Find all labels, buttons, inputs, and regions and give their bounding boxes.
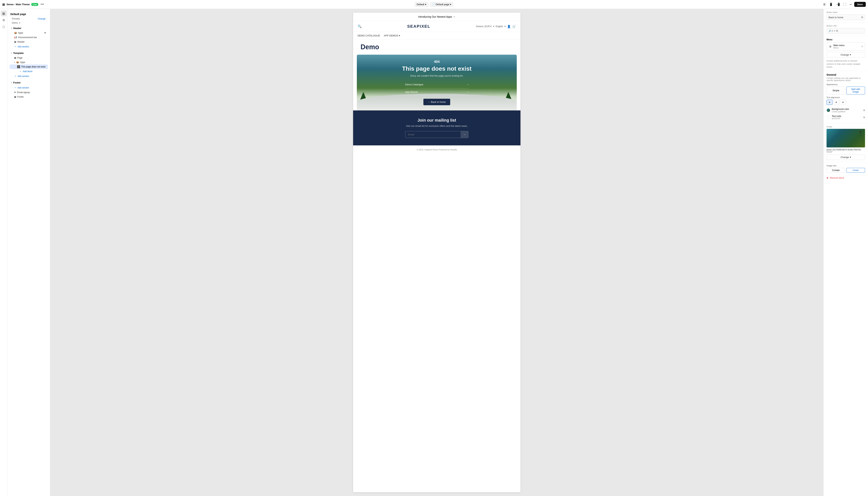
apps-icon: 📦 (14, 32, 17, 34)
appearance-simple-btn[interactable]: Simple (826, 87, 845, 94)
catalogue-label: Demo Catalogue (405, 83, 423, 86)
demo-label: Demo (12, 21, 18, 24)
add-block-button[interactable]: ＋ Add block (10, 69, 48, 74)
add-section-template-button[interactable]: ＋ Add section (10, 74, 48, 79)
plus-icon: ＋ (14, 86, 16, 89)
rp-button-label-section: Button label Back to home ⧉ (824, 9, 868, 22)
rp-appearance-options: Simple Split with image (826, 87, 865, 94)
chevron-down-icon: ▾ (425, 3, 427, 6)
store-logo: SEAPIXEL (407, 24, 431, 29)
bg-color-info: Background color Linear gradient (832, 108, 862, 113)
save-button[interactable]: Save (854, 2, 866, 7)
remove-block-button[interactable]: 🗑 Remove block (824, 175, 868, 181)
image-size-contain-btn[interactable]: Contain (826, 168, 845, 173)
footer-section-header[interactable]: ▾ Footer (10, 80, 48, 85)
text-align-center-btn[interactable]: ≡ (833, 100, 839, 105)
tree-section-footer: ▾ Footer ＋ Add section ✉ Email signup ▦ … (10, 80, 48, 99)
sidebar-icon-settings[interactable]: ⚙ (1, 17, 7, 23)
header-icon: ▦ (14, 41, 16, 43)
undo-btn[interactable]: ↩ (849, 2, 853, 7)
page-label: Page (17, 57, 22, 59)
fullscreen-btn[interactable]: ⛶ (842, 2, 847, 7)
template-section-header[interactable]: ▾ Template (10, 50, 48, 56)
device-mobile-btn[interactable]: 📲 (835, 2, 841, 7)
sidebar-item-apps[interactable]: 📦 Apps 👁 (10, 31, 48, 35)
default-page-dropdown[interactable]: 📄 Default page ▾ (430, 2, 453, 7)
sidebar-icon-sections[interactable]: ▦ (1, 11, 7, 16)
change-preview-button[interactable]: Change (38, 17, 46, 20)
page-icon: ▦ (14, 57, 16, 59)
email-icon: ✉ (14, 91, 16, 94)
device-tablet-btn[interactable]: 📱 (828, 2, 834, 7)
text-color-value: #FFFFFF (832, 118, 862, 120)
rp-menu-name: Main menu (833, 44, 859, 47)
announcement-text: Introducing Our Newest Apps (418, 15, 452, 18)
topbar-center: Default ▾ 📄 Default page ▾ (291, 2, 577, 7)
add-section-header-button[interactable]: ＋ Add section (10, 44, 48, 49)
announcement-icon: 📢 (14, 36, 17, 39)
text-align-right-btn[interactable]: ≡ (840, 100, 846, 105)
text-color-name: Text color (832, 115, 862, 118)
rp-text-align-options: ≡ ≡ ≡ (826, 100, 865, 105)
sidebar-item-apps-template[interactable]: ▾ 📦 Apps (10, 60, 48, 64)
sidebar-icon-apps[interactable]: ⬡ (1, 24, 7, 30)
copy-button-label-button[interactable]: ⧉ (861, 16, 863, 19)
text-color-info: Text color #FFFFFF (832, 115, 862, 120)
sidebar-item-header[interactable]: ▦ Header (10, 40, 48, 44)
main-layout: ▦ ⚙ ⬡ Default page Preview Change Demo ↗… (0, 9, 868, 496)
chevron-icon: ▾ (11, 82, 12, 84)
apps-template-icon: 📦 (16, 61, 19, 64)
announcement-label: Announcement bar (18, 36, 37, 39)
edit-url-button[interactable]: ↗ (833, 30, 835, 32)
nav-demo-catalogue[interactable]: DEMO CATALOGUE (358, 34, 380, 37)
page-title-text: Demo (360, 43, 513, 51)
sidebar-item-404-page[interactable]: A This page does not exist (10, 64, 48, 69)
locale-display: Greece | EUR € (476, 25, 492, 28)
rp-text-align-label: Text alignment (826, 96, 865, 98)
template-label: Template (13, 52, 24, 55)
rp-image-section: Image photo-1617939533073-6c94c709370c W… (824, 123, 868, 162)
email-input[interactable] (405, 131, 461, 138)
bg-color-copy-btn[interactable]: ⧉ (863, 109, 865, 111)
copy-url-button[interactable]: ⧉ (836, 29, 838, 32)
add-section-footer-top-button[interactable]: ＋ Add section (10, 85, 48, 90)
image-change-button[interactable]: Change ▾ (826, 154, 865, 160)
menu-change-button[interactable]: Change ▾ (826, 52, 865, 58)
sidebar-item-announcement[interactable]: 📢 Announcement bar (10, 35, 48, 40)
back-home-button[interactable]: ← Back to home (423, 99, 450, 105)
error-link-catalogue[interactable]: Demo Catalogue › (405, 81, 468, 88)
text-color-copy-btn[interactable]: ⧉ (863, 116, 865, 119)
sidebar-item-footer[interactable]: ▦ Footer (10, 95, 48, 99)
menu-item-icon: ☰ (828, 45, 832, 48)
header-label: Header (13, 27, 21, 30)
preview-label: Preview (12, 17, 20, 20)
text-align-left-btn[interactable]: ≡ (826, 100, 833, 105)
rp-general-section: General Certain settings are only applic… (824, 71, 868, 123)
rp-menu-item[interactable]: ☰ Main menu Menu ↗ (826, 42, 865, 50)
device-desktop-btn[interactable]: 🖥 (822, 2, 827, 7)
sidebar-item-page[interactable]: ▦ Page (10, 56, 48, 60)
sidebar-item-email-signup[interactable]: ✉ Email signup (10, 90, 48, 95)
rp-button-url-field: 🔗 / ↗ ⧉ (826, 28, 865, 34)
image-size-cover-btn[interactable]: Cover (847, 168, 865, 173)
rp-image-size-options: Contain Cover (826, 168, 865, 173)
live-badge: Live (31, 3, 38, 6)
snowboarder-silhouette (857, 131, 863, 140)
nav-app-demos[interactable]: APP DEMOS ▾ (384, 34, 400, 37)
more-options-button[interactable]: ••• (40, 2, 45, 7)
rp-general-title: General (826, 73, 865, 76)
remove-block-label: Remove block (830, 176, 844, 179)
appearance-split-btn[interactable]: Split with image (847, 87, 865, 94)
page-title: Default page (10, 11, 48, 16)
account-icon[interactable]: 👤 (507, 25, 511, 28)
apps-label: Apps (18, 32, 23, 34)
apps-template-label: Apps (20, 61, 25, 64)
rp-menu-label: Menu (826, 38, 865, 41)
cart-icon[interactable]: 🛒 (512, 25, 516, 28)
search-icon[interactable]: 🔍 (358, 24, 362, 28)
email-submit-button[interactable]: → (461, 131, 468, 138)
default-dropdown[interactable]: Default ▾ (415, 2, 429, 7)
header-section-header[interactable]: ▾ Header (10, 26, 48, 31)
menu-external-link-button[interactable]: ↗ (861, 45, 863, 48)
error-link-app-demos[interactable]: App Demos › (405, 88, 468, 96)
